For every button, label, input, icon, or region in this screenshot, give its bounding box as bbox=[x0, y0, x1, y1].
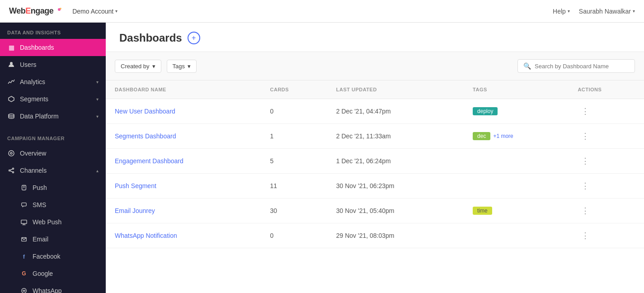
row-actions-button[interactable]: ⋮ bbox=[578, 105, 593, 118]
col-tags: TAGS bbox=[464, 80, 569, 99]
row-actions-button[interactable]: ⋮ bbox=[578, 155, 593, 167]
whatsapp-icon bbox=[20, 287, 28, 293]
cell-last-updated: 1 Dec '21, 06:24pm bbox=[327, 149, 464, 174]
analytics-chevron-icon: ▾ bbox=[96, 80, 99, 85]
row-actions-button[interactable]: ⋮ bbox=[578, 229, 593, 242]
sidebar-item-overview[interactable]: Overview bbox=[0, 145, 106, 162]
account-selector[interactable]: Demo Account ▾ bbox=[69, 6, 121, 17]
cell-dashboard-name: Engagement Dashboard bbox=[106, 149, 261, 174]
dashboard-name-link[interactable]: WhatsApp Notification bbox=[115, 232, 177, 239]
sidebar-item-google[interactable]: G Google bbox=[0, 265, 106, 282]
sidebar-item-sms[interactable]: SMS bbox=[0, 196, 106, 213]
svg-line-10 bbox=[10, 169, 13, 170]
sidebar-item-push[interactable]: Push bbox=[0, 179, 106, 196]
add-dashboard-button[interactable]: + bbox=[188, 32, 200, 44]
dashboard-name-link[interactable]: Segments Dashboard bbox=[115, 132, 176, 140]
tags-label: Tags bbox=[173, 63, 185, 70]
table-row: Email Jounrey3030 Nov '21, 05:40pmtime⋮ bbox=[106, 198, 644, 223]
section-data-insights: DATA AND INSIGHTS bbox=[0, 23, 106, 39]
svg-marker-3 bbox=[9, 96, 14, 102]
sidebar-item-analytics[interactable]: Analytics ▾ bbox=[0, 73, 106, 90]
cell-last-updated: 30 Nov '21, 05:40pm bbox=[327, 198, 464, 223]
sidebar-label-data-platform: Data Platform bbox=[20, 113, 59, 120]
cell-tags bbox=[464, 174, 569, 198]
sidebar-item-channels[interactable]: Channels ▴ bbox=[0, 162, 106, 179]
more-tags-link[interactable]: +1 more bbox=[493, 133, 513, 139]
row-actions-button[interactable]: ⋮ bbox=[578, 180, 593, 192]
svg-point-1 bbox=[60, 8, 61, 9]
cell-actions: ⋮ bbox=[569, 223, 644, 248]
cell-tags: dec+1 more bbox=[464, 124, 569, 149]
svg-point-20 bbox=[22, 288, 27, 293]
sidebar-item-whatsapp[interactable]: WhatsApp bbox=[0, 282, 106, 293]
channels-icon bbox=[7, 166, 15, 175]
col-actions: ACTIONS bbox=[569, 80, 644, 99]
cell-cards: 11 bbox=[261, 174, 327, 198]
section-campaign: CAMPAIGN MANAGER bbox=[0, 128, 106, 145]
cell-actions: ⋮ bbox=[569, 149, 644, 174]
tag-badge: dec bbox=[473, 132, 490, 140]
facebook-icon: f bbox=[20, 252, 28, 260]
created-by-chevron-icon: ▾ bbox=[152, 63, 155, 70]
segments-chevron-icon: ▾ bbox=[96, 97, 99, 102]
cell-tags: time bbox=[464, 198, 569, 223]
sidebar-item-facebook[interactable]: f Facebook bbox=[0, 248, 106, 265]
search-input[interactable] bbox=[535, 63, 629, 70]
sidebar-item-data-platform[interactable]: Data Platform ▾ bbox=[0, 108, 106, 125]
sidebar-label-analytics: Analytics bbox=[20, 78, 45, 85]
created-by-filter[interactable]: Created by ▾ bbox=[115, 60, 161, 73]
push-icon bbox=[20, 184, 28, 192]
cell-cards: 30 bbox=[261, 198, 327, 223]
tag-badge: deploy bbox=[473, 107, 498, 115]
dashboard-name-link[interactable]: Push Segment bbox=[115, 182, 156, 189]
layout: DATA AND INSIGHTS ▦ Dashboards Users Ana… bbox=[0, 23, 644, 293]
dashboards-table: DASHBOARD NAME CARDS LAST UPDATED TAGS A… bbox=[106, 80, 644, 248]
user-menu[interactable]: Saurabh Nawalkar ▾ bbox=[579, 8, 635, 15]
google-icon: G bbox=[20, 269, 28, 278]
email-icon bbox=[20, 235, 28, 243]
overview-icon bbox=[7, 149, 15, 157]
sidebar-item-dashboards[interactable]: ▦ Dashboards bbox=[0, 39, 106, 56]
sidebar-label-push: Push bbox=[33, 184, 47, 191]
cell-dashboard-name: New User Dashboard bbox=[106, 99, 261, 124]
sms-icon bbox=[20, 201, 28, 209]
sidebar-label-users: Users bbox=[20, 61, 37, 68]
dashboard-name-link[interactable]: New User Dashboard bbox=[115, 108, 175, 115]
topbar: WebEngage Demo Account ▾ Help ▾ Saurabh … bbox=[0, 0, 644, 23]
row-actions-button[interactable]: ⋮ bbox=[578, 130, 593, 142]
cell-last-updated: 2 Dec '21, 11:33am bbox=[327, 124, 464, 149]
dashboard-name-link[interactable]: Email Jounrey bbox=[115, 207, 155, 214]
page-header: Dashboards + bbox=[106, 23, 644, 52]
sidebar-label-whatsapp: WhatsApp bbox=[33, 287, 62, 293]
user-chevron-icon: ▾ bbox=[633, 9, 635, 14]
table-row: Segments Dashboard12 Dec '21, 11:33amdec… bbox=[106, 124, 644, 149]
sidebar-item-web-push[interactable]: Web Push bbox=[0, 213, 106, 231]
account-chevron-icon: ▾ bbox=[115, 9, 118, 14]
cell-last-updated: 29 Nov '21, 08:03pm bbox=[327, 223, 464, 248]
table-body: New User Dashboard02 Dec '21, 04:47pmdep… bbox=[106, 99, 644, 248]
dashboard-name-link[interactable]: Engagement Dashboard bbox=[115, 157, 183, 165]
main-content: Dashboards + Created by ▾ Tags ▾ 🔍 bbox=[106, 23, 644, 293]
sidebar-item-segments[interactable]: Segments ▾ bbox=[0, 90, 106, 108]
sidebar-item-users[interactable]: Users bbox=[0, 56, 106, 73]
tag-badge: time bbox=[473, 207, 492, 215]
web-push-icon bbox=[20, 218, 28, 226]
users-icon bbox=[7, 61, 15, 69]
help-link[interactable]: Help ▾ bbox=[553, 8, 570, 15]
created-by-label: Created by bbox=[121, 63, 150, 70]
sidebar-label-dashboards: Dashboards bbox=[20, 44, 54, 51]
sidebar-item-email[interactable]: Email bbox=[0, 231, 106, 248]
topbar-right: Help ▾ Saurabh Nawalkar ▾ bbox=[553, 8, 635, 15]
tags-filter[interactable]: Tags ▾ bbox=[167, 60, 197, 73]
logo: WebEngage bbox=[9, 6, 61, 16]
svg-point-5 bbox=[9, 151, 14, 156]
cell-tags bbox=[464, 149, 569, 174]
svg-rect-16 bbox=[21, 220, 27, 224]
cell-cards: 1 bbox=[261, 124, 327, 149]
svg-point-9 bbox=[13, 172, 14, 173]
channels-chevron-icon: ▴ bbox=[96, 168, 99, 173]
row-actions-button[interactable]: ⋮ bbox=[578, 204, 593, 217]
table-row: Push Segment1130 Nov '21, 06:23pm⋮ bbox=[106, 174, 644, 198]
cell-tags bbox=[464, 223, 569, 248]
table-row: Engagement Dashboard51 Dec '21, 06:24pm⋮ bbox=[106, 149, 644, 174]
